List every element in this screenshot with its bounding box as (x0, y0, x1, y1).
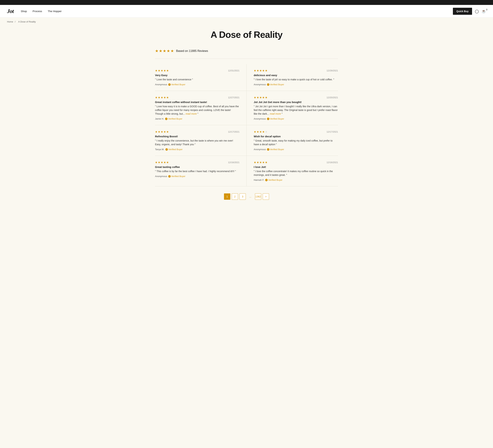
review-title-6: Great tasting coffee (155, 165, 239, 168)
breadcrumb-current: A Dose of Reality (18, 20, 36, 23)
review-body-5: " Great, smooth taste, easy for making m… (254, 139, 338, 146)
verified-badge-7: ✓ Verified Buyer (265, 179, 282, 181)
star-filled-0: ★ (254, 69, 256, 72)
review-date-7: 12/16/2021 (326, 161, 338, 164)
star-filled-3: ★ (262, 69, 265, 72)
reviewer-name-1: Anonymous (254, 83, 266, 86)
review-body-0: " Love the taste and convenience " (155, 78, 239, 81)
review-header-1: ★★★★★ 12/29/2021 (254, 69, 338, 72)
page-2-button[interactable]: 2 (232, 193, 238, 200)
reviewer-name-7: Hannah F. (254, 179, 264, 181)
verified-label-4: Verified Buyer (168, 148, 183, 151)
review-stars-0: ★★★★★ (155, 69, 169, 72)
review-header-5: ★★★★★ 12/17/2021 (254, 130, 338, 133)
star-filled-4: ★ (265, 96, 268, 99)
reviewer-name-4: Tanya M. (155, 148, 164, 151)
top-banner (0, 0, 493, 5)
review-header-2: ★★★★★ 12/27/2021 (155, 96, 239, 99)
rating-text: Based on 11885 Reviews (176, 49, 208, 53)
review-date-1: 12/29/2021 (326, 69, 338, 72)
verified-badge-6: ✓ Verified Buyer (168, 175, 185, 178)
account-icon[interactable]: ◯ (475, 9, 479, 13)
star-filled-3: ★ (262, 96, 265, 99)
reviewer-info-2: Jamie H. ✓ Verified Buyer (155, 118, 239, 120)
review-title-0: Very Easy (155, 74, 239, 77)
review-date-0: 12/31/2021 (228, 69, 239, 72)
review-body-1: " i love the taste of jot! so easy to ma… (254, 78, 338, 81)
review-body-3: " Jot Jot Jot I got more than I bought! … (254, 105, 338, 116)
read-more-link-3[interactable]: read more (270, 112, 281, 115)
star-4: ★ (167, 49, 170, 53)
review-card-1: ★★★★★ 12/29/2021 delicious and easy " i … (246, 64, 338, 91)
reviews-grid: ★★★★★ 12/31/2021 Very Easy " Love the ta… (155, 64, 338, 186)
reviewer-info-3: Anonymous ✓ Verified Buyer (254, 118, 338, 120)
review-stars-5: ★★★★★ (254, 130, 268, 133)
breadcrumb-home[interactable]: Home (7, 20, 13, 23)
review-date-3: 12/20/2021 (326, 96, 338, 99)
star-filled-2: ★ (161, 161, 163, 164)
star-filled-0: ★ (155, 130, 157, 133)
reviewer-name-3: Anonymous (254, 118, 266, 120)
star-filled-4: ★ (265, 161, 268, 164)
review-header-4: ★★★★★ 12/17/2021 (155, 130, 239, 133)
verified-label-2: Verified Buyer (168, 118, 182, 120)
star-filled-2: ★ (259, 96, 262, 99)
star-filled-3: ★ (262, 161, 265, 164)
page-ellipsis: ... (247, 193, 254, 200)
review-title-5: Wish for decaf option (254, 135, 338, 138)
review-stars-4: ★★★★★ (155, 130, 169, 133)
review-card-3: ★★★★★ 12/20/2021 Jot Jot Jot Get more th… (246, 91, 338, 125)
review-title-3: Jot Jot Jot Get more than you bought! (254, 100, 338, 104)
star-filled-2: ★ (161, 69, 163, 72)
verified-label-7: Verified Buyer (268, 179, 282, 181)
verified-check-icon-0: ✓ (168, 83, 171, 86)
review-body-6: " This coffee is by far the best coffee … (155, 169, 239, 173)
nav-the-hopper[interactable]: The Hopper (48, 10, 62, 13)
star-filled-1: ★ (257, 96, 259, 99)
review-title-4: Refreshing Boost! (155, 135, 239, 138)
star-filled-1: ★ (158, 161, 160, 164)
nav-actions: Quick Buy ◯ ☕ 0 (453, 8, 486, 15)
logo[interactable]: Jot (7, 8, 14, 14)
reviewer-name-2: Jamie H. (155, 118, 164, 120)
verified-badge-4: ✓ Verified Buyer (165, 148, 183, 151)
star-1: ★ (155, 49, 158, 53)
nav-process[interactable]: Process (33, 10, 42, 13)
star-filled-2: ★ (259, 69, 262, 72)
review-body-7: " I love the coffee concentrate! It make… (254, 169, 338, 177)
cart-wrapper[interactable]: ☕ 0 (482, 9, 486, 13)
summary-stars: ★ ★ ★ ★ ★ (155, 49, 174, 53)
page-3-button[interactable]: 3 (239, 193, 246, 200)
breadcrumb: Home / A Dose of Reality (7, 20, 486, 23)
star-filled-3: ★ (163, 69, 166, 72)
star-filled-4: ★ (166, 96, 169, 99)
star-empty-4: ★ (265, 130, 268, 133)
review-date-5: 12/17/2021 (326, 131, 338, 133)
verified-badge-2: ✓ Verified Buyer (165, 118, 182, 120)
reviewer-name-6: Anonymous (155, 175, 167, 178)
review-body-2: " Love how easy it is to make a GOOD cup… (155, 105, 239, 116)
review-date-2: 12/27/2021 (228, 96, 239, 99)
star-filled-1: ★ (158, 130, 160, 133)
quick-buy-button[interactable]: Quick Buy (453, 8, 472, 15)
review-card-0: ★★★★★ 12/31/2021 Very Easy " Love the ta… (155, 64, 246, 91)
review-stars-2: ★★★★★ (155, 96, 169, 99)
star-filled-0: ★ (254, 130, 256, 133)
reviewer-info-0: Anonymous ✓ Verified Buyer (155, 83, 239, 86)
star-filled-2: ★ (259, 161, 262, 164)
page-1362-button[interactable]: 1362 (255, 193, 261, 200)
star-filled-1: ★ (158, 69, 160, 72)
cart-icon[interactable]: ☕ (482, 9, 486, 13)
star-filled-2: ★ (161, 96, 163, 99)
read-more-link-2[interactable]: read more (186, 112, 197, 115)
verified-badge-3: ✓ Verified Buyer (267, 118, 284, 120)
review-header-3: ★★★★★ 12/20/2021 (254, 96, 338, 99)
star-filled-2: ★ (161, 130, 163, 133)
page-next-button[interactable]: > (263, 193, 269, 200)
page-1-button[interactable]: 1 (224, 193, 230, 200)
nav-shop[interactable]: Shop (21, 10, 27, 13)
star-filled-4: ★ (166, 130, 169, 133)
verified-badge-1: ✓ Verified Buyer (267, 83, 284, 86)
star-filled-3: ★ (163, 96, 166, 99)
review-stars-6: ★★★★★ (155, 161, 169, 164)
